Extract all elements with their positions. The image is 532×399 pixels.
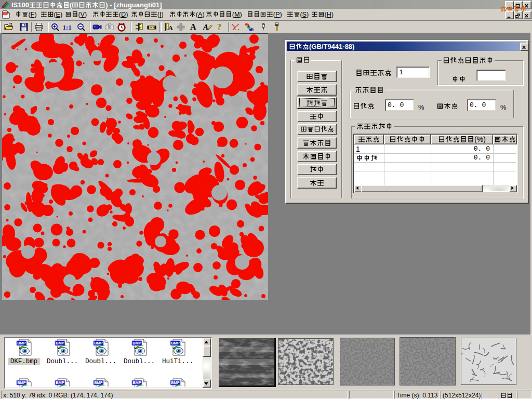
svg-text:BMP: BMP	[94, 380, 103, 385]
svg-text:BMP: BMP	[56, 341, 64, 345]
svg-text:BMP: BMP	[171, 380, 180, 385]
svg-text:BMP: BMP	[132, 341, 141, 345]
svg-text:BMP: BMP	[94, 341, 103, 345]
svg-text:3: 3	[252, 28, 254, 32]
svg-text:DOC: DOC	[3, 12, 7, 15]
svg-text:BMP: BMP	[56, 380, 64, 385]
svg-text:BMP: BMP	[17, 380, 26, 385]
svg-text:BMP: BMP	[132, 380, 141, 385]
svg-text:BMP: BMP	[171, 341, 180, 345]
svg-text:BMP: BMP	[17, 341, 26, 345]
svg-text:A: A	[203, 23, 208, 31]
svg-text:2: 2	[249, 25, 251, 29]
svg-text:A: A	[168, 24, 173, 32]
